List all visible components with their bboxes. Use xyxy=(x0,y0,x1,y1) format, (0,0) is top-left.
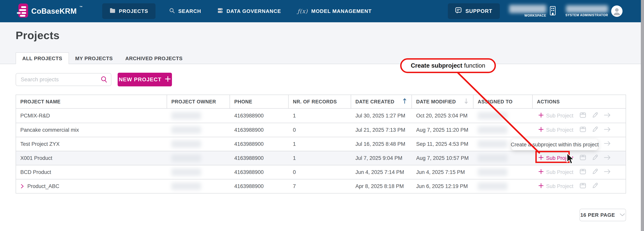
new-project-button[interactable]: NEW PROJECT xyxy=(118,73,172,86)
edit-icon[interactable] xyxy=(592,112,598,120)
annotation-bold-text: Create subproject xyxy=(411,62,462,69)
page-header: Projects ALL PROJECTS MY PROJECTS ARCHIV… xyxy=(0,22,644,64)
top-navbar: CoBaseKRM ™ PROJECTS SEARCH DATA GOVER xyxy=(0,0,644,22)
plus-icon xyxy=(538,155,544,162)
main-nav: PROJECTS SEARCH DATA GOVERNANCE ƒ(x) MOD… xyxy=(102,3,374,19)
nav-label: SEARCH xyxy=(178,8,201,14)
project-records: 1 xyxy=(288,151,351,165)
column-project-name[interactable]: PROJECT NAME xyxy=(16,95,167,108)
nav-item-search[interactable]: SEARCH xyxy=(166,3,204,19)
annotation-regular-text: function xyxy=(464,62,485,69)
redacted-user-name xyxy=(566,5,608,13)
open-project-icon[interactable] xyxy=(604,154,611,162)
edit-icon[interactable] xyxy=(592,154,598,162)
workspace-group[interactable]: WORKSPACE xyxy=(509,5,556,18)
nav-item-model-management[interactable]: ƒ(x) MODEL MANAGEMENT xyxy=(295,3,374,19)
open-project-icon[interactable] xyxy=(604,112,611,120)
table-body: PCMIX-R&D 4163988900 1 Jul 30, 2025 1:27… xyxy=(16,109,626,193)
column-assigned-to[interactable]: ASSIGNED TO xyxy=(474,95,533,108)
project-records: 7 xyxy=(288,180,351,193)
project-date-modified: Oct 20, 2025 3:04 PM xyxy=(412,109,474,123)
open-project-icon[interactable] xyxy=(604,140,611,148)
sort-asc-icon xyxy=(402,98,407,105)
column-phone[interactable]: PHONE xyxy=(230,95,288,108)
function-icon: ƒ(x) xyxy=(298,8,308,14)
plus-icon xyxy=(538,183,544,190)
redacted-assignee xyxy=(478,112,508,120)
sub-project-button[interactable]: Sub Project xyxy=(538,169,574,176)
scrollbar[interactable] xyxy=(641,0,644,231)
annotation-callout: Create subproject function xyxy=(400,58,496,73)
app-root: CoBaseKRM ™ PROJECTS SEARCH DATA GOVER xyxy=(0,0,644,231)
redacted-assignee xyxy=(478,168,508,176)
project-date-modified: Jun 6, 2025 12:19 PM xyxy=(412,180,474,193)
subproject-tooltip: Create a subproject within this project xyxy=(512,139,598,150)
project-records: 1 xyxy=(288,109,351,123)
project-date-modified: Sep 11, 2025 4:53 PM xyxy=(412,137,474,151)
open-project-icon[interactable] xyxy=(604,169,611,176)
avatar[interactable] xyxy=(611,6,622,17)
sub-project-button[interactable]: Sub Project xyxy=(538,183,574,190)
edit-icon[interactable] xyxy=(592,168,598,176)
sub-project-button[interactable]: Sub Project xyxy=(538,112,574,119)
edit-icon[interactable] xyxy=(592,182,598,190)
navbar-right: SUPPORT WORKSPACE SYSTEM ADMINISTRATOR xyxy=(448,3,622,19)
archive-icon[interactable] xyxy=(579,126,586,134)
account-group[interactable]: SYSTEM ADMINISTRATOR xyxy=(566,5,622,17)
tab-archived-projects[interactable]: ARCHIVED PROJECTS xyxy=(119,53,189,64)
plus-icon xyxy=(538,112,544,119)
building-icon xyxy=(550,6,556,16)
project-name[interactable]: PCMIX-R&D xyxy=(20,113,50,119)
project-phone: 4163988900 xyxy=(230,109,288,123)
archive-icon[interactable] xyxy=(579,154,586,162)
column-date-modified[interactable]: DATE MODIFIED xyxy=(412,95,474,108)
archive-icon[interactable] xyxy=(579,182,586,190)
project-name[interactable]: Pancake commercial mix xyxy=(20,127,79,133)
project-phone: 4163988900 xyxy=(230,165,288,179)
table-row: X001 Product 4163988900 1 Jul 7, 2025 9:… xyxy=(16,151,626,165)
nav-item-data-governance[interactable]: DATA GOVERNANCE xyxy=(215,3,284,19)
redacted-owner xyxy=(171,154,201,162)
project-name[interactable]: Test Project ZYX xyxy=(20,141,60,147)
column-nr-of-records[interactable]: NR. OF RECORDS xyxy=(288,95,351,108)
brand[interactable]: CoBaseKRM ™ xyxy=(17,3,83,20)
open-project-icon[interactable] xyxy=(604,126,611,134)
support-button[interactable]: SUPPORT xyxy=(448,3,500,19)
nav-item-projects[interactable]: PROJECTS xyxy=(102,3,156,19)
page-size-select[interactable]: 16 PER PAGE xyxy=(580,209,626,221)
project-records: 1 xyxy=(288,137,351,151)
page-title: Projects xyxy=(16,29,644,42)
table-row: BCD Product 4163988900 0 Jun 4, 2025 7:1… xyxy=(16,165,626,179)
sub-project-label: Sub Project xyxy=(546,155,574,161)
column-project-owner[interactable]: PROJECT OWNER xyxy=(167,95,230,108)
archive-icon[interactable] xyxy=(579,112,586,120)
project-phone: 4163988900 xyxy=(230,123,288,137)
project-records: 0 xyxy=(288,165,351,179)
row-expand-icon[interactable] xyxy=(20,184,24,189)
sub-project-button[interactable]: Sub Project xyxy=(538,127,574,133)
workspace-label: WORKSPACE xyxy=(524,14,546,18)
trademark-symbol: ™ xyxy=(80,6,83,9)
redacted-owner xyxy=(171,112,201,120)
tab-my-projects[interactable]: MY PROJECTS xyxy=(69,53,119,64)
project-name[interactable]: Product_ABC xyxy=(27,183,60,189)
project-name[interactable]: BCD Product xyxy=(20,169,51,175)
column-date-created[interactable]: DATE CREATED xyxy=(351,95,412,108)
sort-desc-icon xyxy=(464,98,468,105)
tab-all-projects[interactable]: ALL PROJECTS xyxy=(16,52,69,64)
project-records: 0 xyxy=(288,123,351,137)
redacted-workspace-name xyxy=(509,5,546,13)
search-input[interactable] xyxy=(16,73,111,86)
table-row: Pancake commercial mix 4163988900 0 Jul … xyxy=(16,123,626,137)
project-name[interactable]: X001 Product xyxy=(20,155,52,161)
edit-icon[interactable] xyxy=(592,126,598,134)
search-icon[interactable] xyxy=(101,76,108,83)
project-date-modified: Aug 7, 2025 10:57 PM xyxy=(412,151,474,165)
project-date-created: Jul 21, 2025 7:13 PM xyxy=(351,123,412,137)
project-date-modified: Jun 4, 2025 7:15 PM xyxy=(412,165,474,179)
project-date-modified: Aug 7, 2025 11:20 PM xyxy=(412,123,474,137)
sub-project-button[interactable]: Sub Project xyxy=(538,155,574,162)
plus-icon xyxy=(538,169,544,176)
folder-icon xyxy=(110,8,116,14)
archive-icon[interactable] xyxy=(579,168,586,176)
